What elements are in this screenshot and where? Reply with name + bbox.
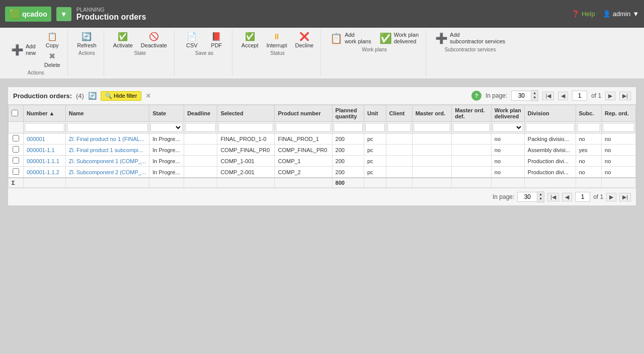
col-deadline[interactable]: Deadline [184,105,217,122]
decline-button[interactable]: ❌ Decline [292,31,316,49]
row-number-link-3[interactable]: 000001-1.1.2 [27,169,59,175]
next-page-button-top[interactable]: ▶ [605,92,615,100]
row-name-link-3[interactable]: Zl. Subcomponent 2 (COMP_... [69,169,146,175]
filter-selected-input[interactable] [218,123,273,132]
filter-state-select[interactable]: In Progress [150,123,183,132]
inpage-spinner-top[interactable]: ▲ ▼ [531,90,538,101]
add-subcontractor-button[interactable]: ➕ Addsubcontractor services [432,31,508,46]
row-select-3[interactable] [13,168,19,175]
refresh-button[interactable]: 🔄 Refresh [74,31,100,49]
row-number-link-1[interactable]: 000001-1.1 [27,147,55,153]
filter-rep-ord [602,122,636,133]
filter-name-input[interactable] [67,123,148,132]
last-page-button-bottom[interactable]: ▶| [619,193,631,201]
filter-refresh-icon[interactable]: 🔄 [88,92,97,100]
prev-page-button-top[interactable]: ◀ [558,92,568,100]
filter-planned-quantity [332,122,364,133]
add-work-plans-button[interactable]: 📋 Addwork plans [327,31,374,46]
spinner-up-icon[interactable]: ▲ [531,91,538,95]
copy-button[interactable]: 📋 Copy [41,31,63,49]
col-client[interactable]: Client [386,105,412,122]
row-name-link-2[interactable]: Zl. Subcomponent 1 (COMP_... [69,158,146,164]
row-planned-quantity-1: 200 [332,145,364,156]
logo-dropdown[interactable]: ▼ [56,7,71,21]
col-rep-ord[interactable]: Rep. ord. [602,105,636,122]
pdf-button[interactable]: 📕 PDF [205,31,228,49]
work-plan-delivered-button[interactable]: ✅ Work plandelivered [376,31,422,46]
deactivate-icon: 🚫 [149,32,159,41]
refresh-label: Refresh [77,42,97,48]
spinner-down-icon-bottom[interactable]: ▼ [537,196,544,201]
toolbar-label-workplans: Work plans [362,47,387,52]
select-all-checkbox[interactable] [12,110,18,116]
col-name[interactable]: Name [65,105,149,122]
next-page-button-bottom[interactable]: ▶ [606,193,616,201]
filter-work-plan-delivered-select[interactable]: yes no [493,123,523,132]
current-page-input-top[interactable] [572,91,587,101]
row-subc-3: no [576,167,602,178]
row-checkbox-1 [9,145,24,156]
filter-deadline-input[interactable] [185,123,216,132]
row-number-link-2[interactable]: 000001-1.1.1 [27,158,59,164]
hide-filter-button[interactable]: 🔍 Hide filter [101,91,141,101]
row-select-0[interactable] [13,135,19,141]
interrupt-button[interactable]: ⏸ Interrupt [263,31,290,49]
csv-button[interactable]: 📄 CSV [181,31,203,49]
accept-label: Accept [242,42,259,48]
prev-page-button-bottom[interactable]: ◀ [562,193,572,201]
col-unit[interactable]: Unit [364,105,386,122]
col-selected[interactable]: Selected [217,105,275,122]
row-select-2[interactable] [13,157,19,164]
row-name-link-1[interactable]: Zl. Final product 1 subcompi... [69,147,143,153]
col-state[interactable]: State [149,105,184,122]
col-work-plan-delivered[interactable]: Work plandelivered [491,105,524,122]
row-number-link-0[interactable]: 000001 [27,136,45,142]
accept-button[interactable]: ✅ Accept [238,31,262,49]
row-unit-3: pc [364,167,386,178]
filter-subc-input[interactable] [577,123,601,132]
delete-button[interactable]: ✖ Delete [41,50,63,69]
add-new-button[interactable]: ➕ Addnew [8,42,39,57]
filter-rep-ord-input[interactable] [603,123,634,132]
col-product-number[interactable]: Product number [275,105,332,122]
spinner-down-icon[interactable]: ▼ [531,95,538,100]
inpage-input-bottom[interactable] [517,192,537,202]
filter-master-ord-def [452,122,492,133]
first-page-button-top[interactable]: |◀ [542,92,554,100]
col-planned-quantity[interactable]: Plannedquantity [332,105,364,122]
filter-client-input[interactable] [387,123,411,132]
filter-division [524,122,576,133]
first-page-button-bottom[interactable]: |◀ [547,193,559,201]
filter-division-input[interactable] [526,123,575,132]
admin-menu[interactable]: 👤 admin ▼ [603,10,639,18]
col-number[interactable]: Number ▲ [24,105,66,122]
add-icon: ➕ [11,44,24,56]
spinner-up-icon-bottom[interactable]: ▲ [537,192,544,196]
row-state-0: In Progre... [149,133,184,145]
filter-unit-input[interactable] [365,123,385,132]
deactivate-button[interactable]: 🚫 Deactivate [138,31,170,49]
filter-number-input[interactable] [25,123,64,132]
filter-planned-quantity-input[interactable] [334,123,363,132]
row-name-link-0[interactable]: Zl. Final product no 1 (FINAL... [69,136,144,142]
decline-icon: ❌ [299,32,309,41]
col-division[interactable]: Division [524,105,576,122]
col-subc[interactable]: Subc. [576,105,602,122]
last-page-button-top[interactable]: ▶| [619,92,631,100]
activate-button[interactable]: ✅ Activate [110,31,136,49]
filter-master-ord-def-input[interactable] [453,123,490,132]
inpage-input-top[interactable] [511,91,531,101]
filter-master-ord-input[interactable] [414,123,451,132]
row-division-2: Production divi... [524,156,576,167]
col-master-ord[interactable]: Master ord. [412,105,452,122]
filter-product-number-input[interactable] [276,123,331,132]
help-circle[interactable]: ? [471,91,481,101]
page-title: Production orders [76,13,146,22]
current-page-input-bottom[interactable] [575,192,590,202]
row-name-0: Zl. Final product no 1 (FINAL... [65,133,149,145]
help-button[interactable]: ❓ Help [572,10,595,18]
row-select-1[interactable] [13,146,19,153]
col-master-ord-def[interactable]: Master ord.def. [452,105,492,122]
clear-filter-button[interactable]: ✕ [145,92,151,100]
inpage-spinner-bottom[interactable]: ▲ ▼ [537,191,544,202]
